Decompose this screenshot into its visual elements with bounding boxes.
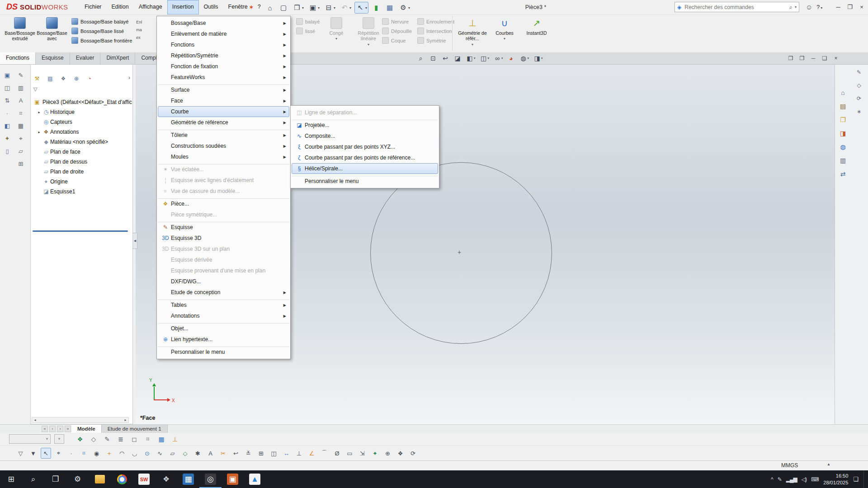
menu-item[interactable]: ✎ Esquisse ▶ <box>158 222 289 233</box>
window-control-button[interactable]: × <box>833 55 839 61</box>
feature-tree-item[interactable]: ▸ ◆ Matériau <non spécifié> <box>31 137 132 147</box>
sketch-tool-icon[interactable]: ⌗ <box>79 448 89 459</box>
ribbon-button[interactable]: Bossage/Base lissé <box>70 27 133 35</box>
design-library-icon[interactable]: ▤ <box>837 101 849 111</box>
dropdown-caret-icon[interactable]: ▾ <box>541 56 543 60</box>
ribbon-button[interactable]: Bossage/Base balayé <box>70 17 133 26</box>
ribbon-button[interactable]: Symétrie <box>416 36 456 45</box>
window-control-button[interactable]: ─ <box>810 55 816 61</box>
menu-item[interactable]: Personnaliser le menu ▶ <box>158 347 289 357</box>
panel-flyout-chevron[interactable]: › <box>128 75 130 81</box>
search-caret-icon[interactable]: ▾ <box>795 5 797 9</box>
sketch-tool-icon[interactable]: + <box>104 448 114 459</box>
tool-icon[interactable]: ⊥ <box>170 434 180 444</box>
menu-item[interactable]: Bossage/Base ▶ <box>158 18 289 28</box>
left-tool-icon[interactable]: ∙ <box>2 108 12 118</box>
dropdown-caret-icon[interactable]: ▾ <box>335 37 337 41</box>
tool-icon[interactable]: ⌗ <box>143 434 153 444</box>
scroll-prev-icon[interactable]: ‹ <box>49 426 56 432</box>
sketch-tool-icon[interactable]: ∿ <box>155 448 165 459</box>
maximize-button[interactable]: ❐ <box>844 0 855 14</box>
status-expand-icon[interactable]: ▲ <box>824 462 834 469</box>
dropdown-caret-icon[interactable]: ▾ <box>501 56 503 60</box>
ribbon-button[interactable]: Nervure <box>381 17 413 26</box>
feature-tree-item[interactable]: ▸ ◷ Historique <box>31 107 132 117</box>
menu-item[interactable]: Etude de conception ▶ <box>158 287 289 298</box>
left-tool-icon[interactable]: ⇅ <box>2 96 12 105</box>
view-tool-button[interactable]: ⌕▾ <box>417 55 425 62</box>
view-tool-button[interactable]: ◨▾ <box>533 55 543 62</box>
menubar-item[interactable]: Edition <box>107 0 134 14</box>
tray-button[interactable]: ⌨ <box>811 476 818 483</box>
dropdown-caret-icon[interactable]: ▾ <box>528 56 529 60</box>
tool-icon[interactable]: ◇ <box>89 434 99 444</box>
window-control-button[interactable]: ❐ <box>788 55 794 61</box>
ribbon-button[interactable]: ↗ Instant3D ▾ <box>521 16 552 47</box>
sketch-tool-icon[interactable]: ✦ <box>370 448 380 459</box>
quick-tool-button[interactable]: ▦▾ <box>384 2 396 14</box>
ribbon-button[interactable]: ⊥ Géométrie de référ... ▾ <box>457 16 488 47</box>
menu-item[interactable]: Pièce symétrique... ▶ <box>158 209 289 220</box>
propertymanager-tab-icon[interactable]: ▤ <box>46 75 55 83</box>
quick-tool-button[interactable]: ▢▾ <box>278 2 289 14</box>
feature-tree-item[interactable]: ▸ ▱ Plan de droite <box>31 167 132 177</box>
show-desktop-button[interactable] <box>863 470 866 488</box>
tray-button[interactable]: ▂▄▆ <box>786 476 797 483</box>
ribbon-button[interactable]: Congé ▾ <box>321 16 352 47</box>
menu-item[interactable]: ◫ Ligne de séparation... ▶ <box>292 107 438 118</box>
model-tab[interactable]: Modèle <box>71 425 102 433</box>
right-tool-icon[interactable]: ◇ <box>854 81 864 90</box>
taskbar-app-button[interactable]: ◎ <box>199 470 222 488</box>
sketch-tool-icon[interactable]: ⊕ <box>382 448 393 459</box>
view-tool-button[interactable]: ◪▾ <box>453 55 462 62</box>
view-tool-button[interactable]: ◕▾ <box>507 55 515 62</box>
dropdown-caret-icon[interactable]: ▾ <box>488 56 490 60</box>
taskbar-app-button[interactable]: ❐ <box>44 470 66 488</box>
left-tool-icon[interactable]: ⊞ <box>16 159 26 169</box>
view-palette-icon[interactable]: ◨ <box>837 128 849 138</box>
sketch-tool-icon[interactable]: ◫ <box>269 448 279 459</box>
dimxpertmanager-tab-icon[interactable]: ⊕ <box>72 75 81 83</box>
tool-icon[interactable]: ◻ <box>129 434 139 444</box>
quick-tool-button[interactable]: ⌂▾ <box>264 2 276 14</box>
window-control-button[interactable]: ❏ <box>821 55 828 61</box>
menu-item[interactable]: Face ▶ <box>158 95 289 106</box>
view-tool-button[interactable]: ↩▾ <box>441 55 449 62</box>
menu-item[interactable]: ∿ Composite... ▶ <box>292 131 438 141</box>
sketch-tool-icon[interactable]: ▭ <box>344 448 355 459</box>
view-tool-button[interactable]: ◧▾ <box>466 55 476 62</box>
sketch-tool-icon[interactable]: ↩ <box>231 448 241 459</box>
model-tab[interactable]: Etude de mouvement 1 <box>102 425 168 433</box>
tree-horizontal-scrollbar[interactable]: ◂ ▸ <box>32 417 129 423</box>
ribbon-button[interactable]: Enroulement <box>416 17 456 26</box>
sketch-tool-icon[interactable]: ▼ <box>28 448 38 459</box>
sketch-tool-icon[interactable]: ◡ <box>129 448 140 459</box>
quick-tool-button[interactable]: ❒▾ <box>291 2 305 14</box>
menu-item[interactable]: ❖ Pièce... ▶ <box>158 198 289 209</box>
left-tool-icon[interactable]: ◫ <box>2 83 12 93</box>
ribbon-button[interactable]: Intersection <box>416 27 456 35</box>
feature-tree-item[interactable]: ▸ ▱ Plan de dessus <box>31 157 132 167</box>
menu-item[interactable]: Enlèvement de matière ▶ <box>158 28 289 39</box>
left-tool-icon[interactable]: ✦ <box>2 134 12 143</box>
ribbon-button[interactable]: balayé <box>295 17 321 26</box>
action-center-icon[interactable]: ❏ <box>853 476 859 483</box>
taskbar-app-button[interactable]: ▣ <box>222 470 244 488</box>
taskbar-app-button[interactable]: ⚙ <box>66 470 89 488</box>
sketch-tool-icon[interactable]: ✱ <box>193 448 203 459</box>
menu-item[interactable]: 3D Esquisse 3D ▶ <box>158 233 289 244</box>
search-input[interactable] <box>684 4 787 11</box>
ribbon-button[interactable]: Base/Bossage extrudé ▾ <box>5 16 35 42</box>
menu-item[interactable]: Esquisse provenant d'une mise en plan ▶ <box>158 265 289 276</box>
minimize-button[interactable]: ─ <box>833 0 844 14</box>
menu-item[interactable]: Fonctions ▶ <box>158 39 289 50</box>
taskbar-app-button[interactable] <box>111 470 133 488</box>
tray-button[interactable]: ^ <box>771 476 773 483</box>
dropdown-caret-icon[interactable]: ▾ <box>334 6 335 10</box>
dropdown-caret-icon[interactable]: ▾ <box>408 6 410 10</box>
menu-item[interactable]: ζ Courbe passant par des points de référ… <box>292 152 438 163</box>
menu-item[interactable]: Surface ▶ <box>158 84 289 95</box>
filter-funnel-icon[interactable]: ▽ <box>33 86 37 92</box>
menu-item[interactable]: Objet... ▶ <box>158 323 289 334</box>
menu-item[interactable]: Esquisse dérivée ▶ <box>158 254 289 265</box>
